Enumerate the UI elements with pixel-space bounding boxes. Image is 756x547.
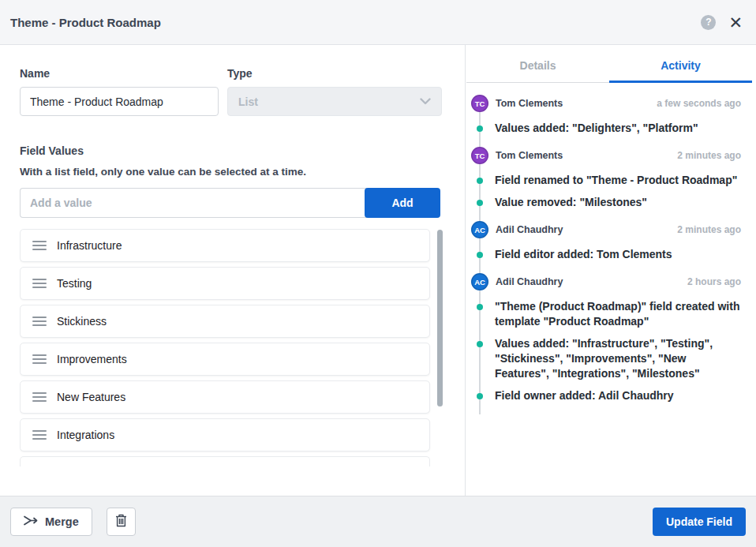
value-row[interactable]: Infrastructure: [20, 229, 430, 262]
fields-row: Name Type List: [20, 67, 465, 116]
type-select-value: List: [238, 96, 258, 108]
name-field-group: Name: [20, 67, 219, 116]
activity-item: Field renamed to "Theme - Product Roadma…: [471, 173, 741, 188]
value-label: Integrations: [57, 429, 114, 441]
name-label: Name: [20, 67, 219, 80]
activity-item: Field owner added: Adil Chaudhry: [471, 388, 741, 403]
type-select: List: [227, 87, 442, 116]
activity-item: Values added: "Infrastructure", "Testing…: [471, 336, 741, 381]
activity-user-name: Adil Chaudhry: [496, 224, 563, 235]
value-label: New Features: [57, 391, 125, 403]
value-row[interactable]: Improvements: [20, 343, 430, 376]
activity-item: "Theme (Product Roadmap)" field created …: [471, 299, 741, 329]
value-label: Stickiness: [57, 315, 107, 328]
value-row[interactable]: Testing: [20, 267, 430, 300]
drag-handle-icon[interactable]: [32, 241, 47, 250]
activity-entry-header: TC Tom Clements a few seconds ago: [471, 95, 741, 112]
value-row-partial[interactable]: [20, 456, 430, 466]
tab-activity[interactable]: Activity: [609, 50, 752, 82]
activity-timestamp: 2 minutes ago: [677, 150, 741, 161]
activity-items: "Theme (Product Roadmap)" field created …: [471, 299, 741, 403]
edit-field-modal: Theme - Product Roadmap ? ✕ Name Type Li…: [0, 0, 756, 547]
merge-icon: [24, 515, 39, 529]
drag-handle-icon[interactable]: [32, 279, 47, 288]
right-panel: Details Activity TC Tom Clements a few s…: [466, 45, 756, 496]
avatar: TC: [471, 147, 488, 164]
help-icon[interactable]: ?: [701, 15, 716, 30]
field-values-helper: With a list field, only one value can be…: [20, 166, 465, 178]
value-row[interactable]: Integrations: [20, 418, 430, 451]
tabs-bar: Details Activity: [466, 50, 752, 83]
delete-button[interactable]: [107, 508, 136, 536]
drag-handle-icon[interactable]: [32, 430, 47, 440]
avatar: TC: [471, 95, 488, 112]
activity-entry: TC Tom Clements 2 minutes ago Field rena…: [471, 147, 741, 221]
avatar: AC: [471, 273, 488, 290]
activity-items: Values added: "Delighters", "Platform": [471, 121, 741, 136]
tab-details[interactable]: Details: [466, 50, 609, 82]
add-button[interactable]: Add: [365, 188, 440, 218]
update-field-button[interactable]: Update Field: [653, 508, 746, 536]
modal-title: Theme - Product Roadmap: [10, 16, 161, 29]
activity-items: Field renamed to "Theme - Product Roadma…: [471, 173, 741, 210]
activity-user-name: Tom Clements: [496, 98, 563, 109]
activity-entry-header: AC Adil Chaudhry 2 minutes ago: [471, 221, 741, 238]
drag-handle-icon[interactable]: [32, 392, 47, 402]
chevron-down-icon: [420, 98, 431, 105]
activity-item: Field editor added: Tom Clements: [471, 247, 741, 262]
field-values-heading: Field Values: [20, 144, 465, 157]
activity-timestamp: 2 minutes ago: [677, 224, 741, 235]
trash-icon: [115, 514, 127, 530]
merge-button[interactable]: Merge: [10, 508, 92, 536]
list-scrollbar-thumb[interactable]: [437, 230, 443, 407]
value-label: Testing: [57, 277, 92, 290]
activity-entry: AC Adil Chaudhry 2 minutes ago Field edi…: [471, 221, 741, 273]
merge-button-label: Merge: [45, 515, 79, 528]
value-row[interactable]: New Features: [20, 380, 430, 414]
modal-main: Name Type List Field Values With a list …: [0, 45, 756, 496]
activity-timestamp: 2 hours ago: [687, 276, 741, 287]
avatar: AC: [471, 221, 488, 238]
activity-item: Values added: "Delighters", "Platform": [471, 121, 741, 136]
modal-footer: Merge Update Field: [0, 496, 756, 547]
add-value-input[interactable]: [20, 188, 367, 218]
drag-handle-icon[interactable]: [32, 354, 47, 364]
left-panel: Name Type List Field Values With a list …: [0, 45, 466, 496]
activity-entry: AC Adil Chaudhry 2 hours ago "Theme (Pro…: [471, 273, 741, 414]
activity-entry-header: AC Adil Chaudhry 2 hours ago: [471, 273, 741, 290]
activity-user-name: Tom Clements: [496, 150, 563, 161]
type-label: Type: [227, 67, 442, 80]
activity-items: Field editor added: Tom Clements: [471, 247, 741, 262]
value-label: Infrastructure: [57, 239, 122, 252]
type-field-group: Type List: [227, 67, 442, 116]
field-values-list: Infrastructure Testing Stickiness Improv…: [20, 229, 444, 467]
activity-item: Value removed: "Milestones": [471, 195, 741, 210]
name-input[interactable]: [20, 87, 219, 116]
activity-timestamp: a few seconds ago: [657, 98, 741, 109]
value-row[interactable]: Stickiness: [20, 305, 430, 338]
activity-user-name: Adil Chaudhry: [496, 276, 563, 287]
activity-entry-header: TC Tom Clements 2 minutes ago: [471, 147, 741, 164]
value-label: Improvements: [57, 353, 127, 365]
close-icon[interactable]: ✕: [728, 14, 743, 31]
activity-feed: TC Tom Clements a few seconds ago Values…: [466, 83, 756, 496]
modal-header: Theme - Product Roadmap ? ✕: [0, 0, 756, 45]
activity-entry: TC Tom Clements a few seconds ago Values…: [471, 95, 741, 147]
add-value-row: Add: [20, 188, 440, 218]
drag-handle-icon[interactable]: [32, 317, 47, 326]
